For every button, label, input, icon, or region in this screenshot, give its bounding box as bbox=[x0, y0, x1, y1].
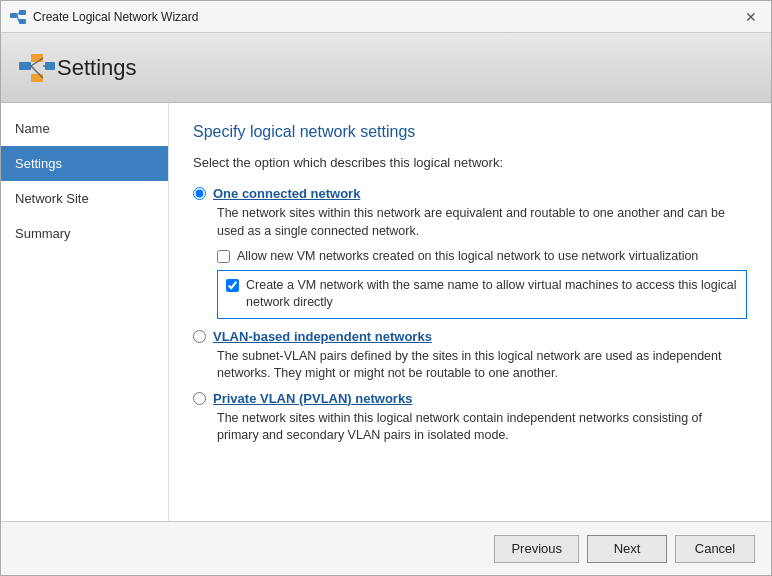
subtitle: Select the option which describes this l… bbox=[193, 155, 747, 170]
checkbox-bordered-create-vm: Create a VM network with the same name t… bbox=[217, 270, 747, 319]
main-title: Specify logical network settings bbox=[193, 123, 747, 141]
checkbox-row-allow-vm: Allow new VM networks created on this lo… bbox=[217, 248, 747, 266]
close-button[interactable]: ✕ bbox=[739, 7, 763, 27]
title-bar-icon bbox=[9, 8, 27, 26]
radio-row-pvlan: Private VLAN (PVLAN) networks bbox=[193, 391, 747, 406]
checkbox-create-vm[interactable] bbox=[226, 279, 239, 292]
option-pvlan: Private VLAN (PVLAN) networks The networ… bbox=[193, 391, 747, 445]
desc-one-connected: The network sites within this network ar… bbox=[217, 205, 747, 240]
option-one-connected: One connected network The network sites … bbox=[193, 186, 747, 319]
desc-pvlan: The network sites within this logical ne… bbox=[217, 410, 747, 445]
option-vlan-based: VLAN-based independent networks The subn… bbox=[193, 329, 747, 383]
svg-rect-5 bbox=[19, 62, 31, 70]
radio-row-one-connected: One connected network bbox=[193, 186, 747, 201]
checkbox-label-allow-vm[interactable]: Allow new VM networks created on this lo… bbox=[237, 248, 698, 266]
svg-line-4 bbox=[17, 15, 19, 21]
checkbox-label-create-vm[interactable]: Create a VM network with the same name t… bbox=[246, 277, 738, 312]
content-area: Name Settings Network Site Summary Speci… bbox=[1, 103, 771, 521]
radio-label-pvlan[interactable]: Private VLAN (PVLAN) networks bbox=[213, 391, 412, 406]
wizard-window: Create Logical Network Wizard ✕ Settings… bbox=[0, 0, 772, 576]
next-button[interactable]: Next bbox=[587, 535, 667, 563]
cancel-button[interactable]: Cancel bbox=[675, 535, 755, 563]
sidebar-item-name[interactable]: Name bbox=[1, 111, 168, 146]
header-banner: Settings bbox=[1, 33, 771, 103]
svg-rect-0 bbox=[10, 13, 17, 18]
svg-rect-6 bbox=[31, 54, 43, 62]
svg-line-3 bbox=[17, 12, 19, 15]
title-bar: Create Logical Network Wizard ✕ bbox=[1, 1, 771, 33]
svg-rect-2 bbox=[19, 19, 26, 24]
radio-label-one-connected[interactable]: One connected network bbox=[213, 186, 360, 201]
desc-vlan-based: The subnet-VLAN pairs defined by the sit… bbox=[217, 348, 747, 383]
sidebar-item-summary[interactable]: Summary bbox=[1, 216, 168, 251]
radio-label-vlan-based[interactable]: VLAN-based independent networks bbox=[213, 329, 432, 344]
checkbox-allow-vm[interactable] bbox=[217, 250, 230, 263]
main-content: Specify logical network settings Select … bbox=[169, 103, 771, 521]
radio-vlan-based[interactable] bbox=[193, 330, 206, 343]
sidebar-item-network-site[interactable]: Network Site bbox=[1, 181, 168, 216]
sidebar: Name Settings Network Site Summary bbox=[1, 103, 169, 521]
header-icon bbox=[17, 48, 57, 88]
sidebar-item-settings[interactable]: Settings bbox=[1, 146, 168, 181]
svg-rect-8 bbox=[45, 62, 55, 70]
window-title: Create Logical Network Wizard bbox=[33, 10, 739, 24]
radio-pvlan[interactable] bbox=[193, 392, 206, 405]
svg-rect-1 bbox=[19, 10, 26, 15]
radio-row-vlan-based: VLAN-based independent networks bbox=[193, 329, 747, 344]
radio-one-connected[interactable] bbox=[193, 187, 206, 200]
header-title: Settings bbox=[57, 55, 137, 81]
footer: Previous Next Cancel bbox=[1, 521, 771, 575]
previous-button[interactable]: Previous bbox=[494, 535, 579, 563]
